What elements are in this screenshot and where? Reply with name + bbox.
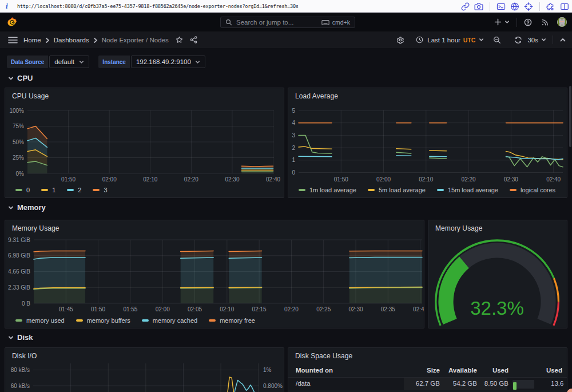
svg-text:02:30: 02:30	[225, 176, 239, 183]
divider	[553, 35, 553, 44]
scrollbar-thumb[interactable]	[569, 86, 571, 147]
refresh-interval-label[interactable]: 30s	[527, 37, 538, 43]
legend-item[interactable]: 3	[93, 187, 107, 193]
variable-value-instance[interactable]: 192.168.49.2:9100	[131, 56, 205, 68]
avatar[interactable]	[557, 17, 567, 27]
breadcrumb-current: Node Exporter / Nodes	[102, 37, 169, 43]
puzzle-icon[interactable]	[546, 2, 555, 11]
used-bar-gauge	[513, 380, 534, 389]
legend-item[interactable]: logical cores	[510, 187, 555, 193]
time-range-label[interactable]: Last 1 hour	[427, 37, 460, 43]
legend-item[interactable]: memory cached	[142, 317, 197, 324]
search-shortcut: cmd+k	[332, 19, 350, 26]
svg-text:50%: 50%	[13, 139, 24, 145]
legend-item[interactable]: 1	[41, 187, 55, 193]
share-icon[interactable]	[190, 36, 197, 43]
settings-gear-icon[interactable]	[396, 36, 404, 44]
keyboard-icon	[321, 19, 329, 26]
corner-decoration	[567, 389, 572, 392]
svg-text:01:45: 01:45	[59, 306, 73, 312]
memory-usage-chart[interactable]: 0 B2.33 GiB4.66 GiB6.98 GiB9.31 GiB01:45…	[5, 220, 424, 328]
grafana-topnav: Search or jump to... cmd+k	[0, 13, 572, 31]
svg-text:4: 4	[292, 120, 295, 126]
svg-text:75%: 75%	[13, 123, 24, 129]
svg-text:02:40: 02:40	[413, 306, 424, 312]
grafana-logo[interactable]	[7, 17, 18, 27]
table-header: Mounted on Size Available Used Used	[288, 363, 567, 378]
gauge-value: 32.3%	[470, 298, 524, 319]
variable-label-instance: Instance	[98, 56, 130, 68]
chevron-down-icon[interactable]	[505, 19, 510, 25]
chevron-down-icon	[8, 76, 14, 81]
breadcrumb-dashboards[interactable]: Dashboards	[54, 37, 89, 43]
svg-text:01:50: 01:50	[91, 306, 105, 312]
svg-text:02:20: 02:20	[462, 176, 476, 183]
globe-icon[interactable]	[510, 2, 519, 11]
camera-icon[interactable]	[474, 2, 483, 11]
star-icon[interactable]	[176, 36, 183, 43]
legend-item[interactable]: memory free	[209, 317, 255, 324]
section-memory[interactable]: Memory	[8, 203, 46, 212]
chevron-down-icon	[79, 60, 84, 65]
disk-io-chart[interactable]: 80 kB/s60 kB/s1%0.800%	[5, 348, 284, 392]
svg-text:02:35: 02:35	[381, 306, 395, 312]
crosshair-icon[interactable]	[524, 2, 533, 11]
collapse-up-icon[interactable]	[559, 37, 566, 43]
cpu-usage-chart[interactable]: 0%25%50%75%100%01:5002:0002:1002:2002:30…	[5, 88, 284, 198]
legend-marker	[41, 189, 48, 191]
legend-item[interactable]: 2	[67, 187, 81, 193]
breadcrumb-separator	[94, 35, 97, 45]
legend-marker	[76, 319, 83, 322]
refresh-icon[interactable]	[514, 36, 522, 44]
breadcrumb-home[interactable]: Home	[23, 37, 41, 43]
terminal-icon[interactable]	[496, 2, 506, 11]
clock-icon[interactable]	[416, 36, 423, 43]
legend: 0123	[15, 187, 108, 193]
panel-title[interactable]: Disk Space Usage	[295, 352, 352, 360]
legend: memory usedmemory buffersmemory cachedme…	[15, 317, 255, 324]
svg-text:01:50: 01:50	[334, 176, 348, 183]
info-icon: i	[6, 2, 8, 11]
search-input[interactable]: Search or jump to... cmd+k	[220, 17, 355, 28]
svg-text:02:40: 02:40	[546, 176, 561, 183]
legend-marker	[15, 319, 22, 322]
url-bar[interactable]: http://localhost:8080/d/c0fb37a5-ee75-43…	[17, 3, 299, 9]
svg-text:80 kB/s: 80 kB/s	[11, 367, 30, 373]
legend-item[interactable]: memory used	[15, 317, 65, 324]
split-columns-icon[interactable]	[560, 2, 569, 11]
load-average-chart[interactable]: 01234501:5002:0002:1002:2002:3002:40	[288, 88, 567, 198]
legend-marker	[67, 189, 74, 191]
timezone-label[interactable]: UTC	[463, 37, 476, 43]
chevron-down-icon	[8, 205, 14, 211]
svg-text:02:00: 02:00	[376, 176, 391, 183]
legend: 1m load average5m load average15m load a…	[299, 187, 555, 193]
variable-value-datasource[interactable]: default	[49, 56, 89, 68]
svg-text:02:05: 02:05	[188, 306, 202, 312]
browser-toolbar: i http://localhost:8080/d/c0fb37a5-ee75-…	[0, 0, 572, 13]
table-row[interactable]: /data 62.7 GB 54.2 GB 8.50 GB 13.6%	[288, 378, 567, 390]
svg-text:02:20: 02:20	[284, 306, 299, 312]
memory-gauge[interactable]: 32.3%	[428, 220, 567, 328]
legend-item[interactable]: 15m load average	[437, 187, 498, 193]
chevron-down-icon[interactable]	[479, 37, 484, 42]
section-cpu[interactable]: CPU	[8, 74, 33, 82]
section-disk[interactable]: Disk	[8, 333, 33, 342]
panel-cpu-usage: CPU Usage 0%25%50%75%100%01:5002:0002:10…	[5, 88, 284, 198]
svg-text:3: 3	[292, 132, 295, 138]
svg-text:02:40: 02:40	[266, 176, 280, 183]
news-rss-icon[interactable]	[541, 18, 549, 26]
help-icon[interactable]	[524, 18, 532, 26]
legend-item[interactable]: 0	[15, 187, 30, 193]
link-icon[interactable]	[461, 2, 470, 11]
add-icon[interactable]	[494, 18, 502, 26]
menu-icon[interactable]	[8, 36, 18, 44]
zoom-out-icon[interactable]	[493, 36, 501, 44]
legend-item[interactable]: 1m load average	[299, 187, 356, 193]
legend-item[interactable]: 5m load average	[368, 187, 426, 193]
cell-used-pct: 13.6%	[551, 380, 563, 389]
legend-item[interactable]: memory buffers	[76, 317, 130, 324]
svg-text:6.98 GiB: 6.98 GiB	[8, 252, 30, 259]
cell-used: 8.50 GB	[451, 380, 509, 387]
chevron-down-icon[interactable]	[541, 37, 546, 42]
variable-label-datasource: Data Source	[7, 56, 48, 68]
